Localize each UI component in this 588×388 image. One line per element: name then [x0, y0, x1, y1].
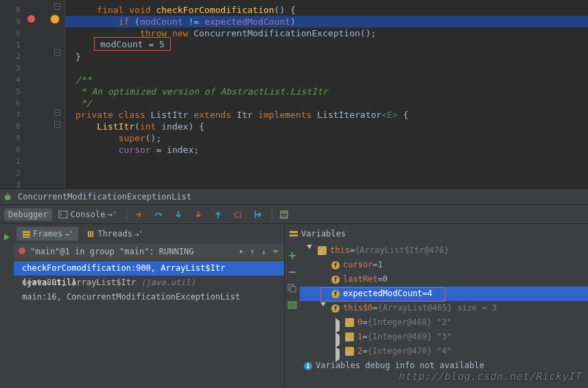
debugger-tab[interactable]: Debugger: [4, 208, 52, 221]
object-icon: ≡: [345, 332, 354, 341]
code-line[interactable]: * An optimized version of AbstractList.L…: [65, 86, 588, 97]
debug-config-name[interactable]: ConcurrentModificationExceptionList: [14, 192, 196, 202]
line-number: 5: [0, 86, 21, 97]
value-tooltip: modCount = 5: [94, 37, 171, 51]
tab-threads[interactable]: Threads →': [81, 227, 148, 241]
svg-rect-1: [59, 211, 67, 218]
variables-panel: Variables ≡this = {ArrayList$Itr@476}fcu…: [285, 224, 588, 388]
frames-filter-button[interactable]: ⏷: [270, 247, 281, 256]
tab-frames[interactable]: Frames →': [16, 227, 78, 241]
code-line[interactable]: }: [65, 51, 588, 62]
code-line[interactable]: super();: [65, 132, 588, 144]
line-number: 8: [0, 121, 21, 132]
left-tool-column: [0, 224, 14, 388]
svg-rect-6: [23, 234, 30, 236]
code-line[interactable]: /**: [65, 74, 588, 86]
code-area[interactable]: final void checkForComodification() { if…: [65, 0, 588, 189]
variables-icon: [289, 229, 298, 239]
object-icon: ≡: [318, 246, 327, 255]
fold-indicator-icon[interactable]: −: [54, 110, 60, 116]
code-line[interactable]: private class ListItr extends Itr implem…: [65, 109, 588, 121]
variable-row[interactable]: flastRet = 0: [300, 272, 588, 287]
code-line[interactable]: [65, 62, 588, 74]
thread-selector[interactable]: "main"@1 in group "main": RUNNING: [27, 247, 236, 256]
line-number: 0: [0, 27, 21, 39]
fold-indicator-icon[interactable]: −: [54, 49, 60, 56]
drop-frame-button[interactable]: [229, 208, 247, 221]
code-line[interactable]: */: [65, 97, 588, 109]
prev-frame-button[interactable]: ↑: [246, 247, 258, 256]
frame-item[interactable]: checkForComodification:900, ArrayList$It…: [14, 261, 284, 276]
breakpoint-icon[interactable]: [27, 15, 35, 23]
variables-header: Variables: [285, 224, 588, 243]
line-number: 7: [0, 109, 21, 121]
run-to-cursor-button[interactable]: [249, 208, 267, 221]
object-icon: ≡: [345, 347, 354, 356]
variable-row[interactable]: ≡0 = {Integer@468} "2": [300, 315, 588, 330]
line-number: 9: [0, 16, 21, 27]
variable-row[interactable]: ≡this = {ArrayList$Itr@476}: [300, 243, 588, 258]
frames-tab-bar: Frames →' Threads →': [14, 224, 284, 243]
field-icon: f: [331, 290, 340, 298]
console-tab[interactable]: Console →': [54, 208, 121, 221]
code-line[interactable]: ListItr(int index) {: [65, 121, 588, 132]
threads-tab-label: Threads: [97, 229, 132, 239]
force-step-into-button[interactable]: [189, 208, 207, 221]
gutter-icons: − − − −: [25, 0, 64, 189]
step-into-button[interactable]: [169, 208, 187, 221]
svg-rect-9: [290, 231, 298, 233]
variables-tools: [285, 243, 300, 388]
variables-header-label: Variables: [301, 229, 346, 239]
info-icon: i: [304, 362, 312, 370]
object-icon: ≡: [345, 318, 354, 327]
bug-icon: [3, 192, 14, 202]
code-line[interactable]: if (modCount != expectedModCount): [65, 16, 588, 27]
chevron-down-icon[interactable]: ▾: [236, 247, 246, 256]
field-icon: f: [331, 304, 340, 313]
debug-lower-panels: Frames →' Threads →' "main"@1 in group "…: [0, 224, 588, 388]
console-tab-label: Console: [71, 210, 106, 219]
fold-indicator-icon[interactable]: −: [54, 3, 60, 10]
svg-rect-2: [235, 213, 241, 217]
svg-rect-4: [281, 212, 287, 214]
svg-point-8: [19, 247, 25, 254]
line-number: 1: [0, 156, 21, 167]
variable-row[interactable]: ≡1 = {Integer@469} "3": [300, 330, 588, 344]
add-watch-button[interactable]: [287, 250, 298, 261]
variable-row[interactable]: fthis$0 = {ArrayList@465} size = 3: [300, 301, 588, 315]
lightbulb-icon[interactable]: [51, 15, 59, 23]
frames-tab-label: Frames: [33, 229, 62, 239]
remove-watch-button[interactable]: [287, 267, 298, 278]
frame-item[interactable]: main:16, ConcurrentModificationException…: [14, 290, 284, 304]
line-number: 9: [0, 132, 21, 144]
line-number: 6: [0, 97, 21, 109]
frame-item[interactable]: next:851, ArrayList$Itr (java.util): [14, 276, 284, 290]
field-icon: f: [331, 276, 340, 284]
line-number: 3: [0, 62, 21, 74]
code-line[interactable]: cursor = index;: [65, 144, 588, 156]
svg-rect-7: [23, 237, 30, 238]
code-line[interactable]: final void checkForComodification() {: [65, 4, 588, 16]
code-line[interactable]: }modCount = 5: [65, 39, 588, 51]
frames-panel: Frames →' Threads →' "main"@1 in group "…: [14, 224, 285, 388]
variables-tree[interactable]: ≡this = {ArrayList$Itr@476}fcursor = 1fl…: [300, 243, 588, 388]
variable-row[interactable]: fcursor = 1: [300, 258, 588, 272]
show-watches-button[interactable]: [287, 300, 298, 311]
console-icon: [58, 210, 68, 219]
fold-indicator-icon[interactable]: −: [54, 121, 60, 128]
evaluate-expression-button[interactable]: [275, 208, 293, 221]
rerun-button[interactable]: [1, 232, 12, 243]
field-icon: f: [331, 261, 340, 269]
show-execution-point-button[interactable]: [130, 208, 148, 221]
line-number: 2: [0, 51, 21, 62]
step-over-button[interactable]: [150, 208, 167, 221]
debug-toolbar: Debugger Console →': [0, 204, 588, 224]
frames-list: checkForComodification:900, ArrayList$It…: [14, 260, 284, 306]
duplicate-button[interactable]: [287, 283, 298, 294]
variable-row[interactable]: ≡2 = {Integer@470} "4": [300, 344, 588, 359]
threads-icon: [86, 230, 95, 239]
next-frame-button[interactable]: ↓: [258, 247, 270, 256]
variable-row[interactable]: fexpectedModCount = 4: [300, 287, 588, 301]
line-number: 1: [0, 39, 21, 51]
step-out-button[interactable]: [209, 208, 227, 221]
